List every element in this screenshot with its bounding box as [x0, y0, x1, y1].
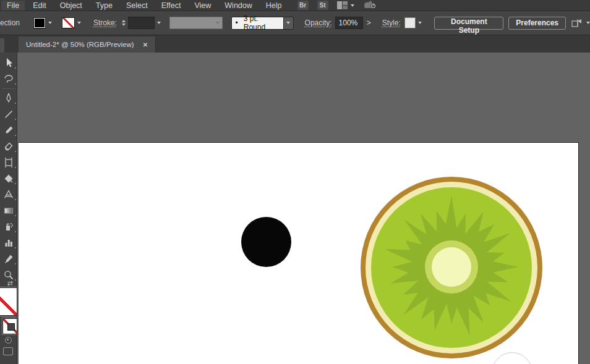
- menu-view[interactable]: View: [189, 1, 216, 11]
- line-segment-tool-icon: [2, 108, 15, 121]
- kiwi-illustration[interactable]: [361, 177, 542, 358]
- kiwi-core-circle[interactable]: [432, 247, 471, 287]
- eraser-tool[interactable]: [0, 138, 17, 154]
- document-tab-title: Untitled-2* @ 50% (RGB/Preview): [26, 41, 134, 48]
- bridge-icon[interactable]: Br: [297, 1, 309, 10]
- symbol-sprayer-tool-icon: [2, 221, 15, 233]
- opacity-input[interactable]: 100%: [335, 17, 363, 29]
- black-circle-object[interactable]: [241, 217, 291, 267]
- brush-definition-value: 3 pt. Round: [244, 14, 278, 32]
- artboard[interactable]: [19, 142, 579, 364]
- workspace-switcher[interactable]: [337, 1, 354, 9]
- paintbrush-tool[interactable]: [0, 122, 17, 138]
- control-bar: ection Stroke: • 3 pt. Round Opacity: 10…: [0, 11, 590, 35]
- pasteboard: [0, 53, 590, 364]
- pen-tool[interactable]: [0, 90, 17, 106]
- eraser-tool-icon: [2, 140, 15, 153]
- touch-workspace-toggle[interactable]: [363, 0, 377, 11]
- line-segment-tool[interactable]: [0, 106, 17, 122]
- arrange-documents[interactable]: [571, 18, 590, 28]
- brush-dot-icon: •: [236, 19, 238, 27]
- chevron-down-icon: [351, 4, 354, 7]
- lasso-tool[interactable]: [0, 71, 17, 87]
- menu-bar: File Edit Object Type Select Effect View…: [0, 0, 590, 11]
- selection-status-label: ection: [0, 19, 20, 27]
- eyedropper-tool-icon: [2, 253, 15, 265]
- brush-definition-dropdown[interactable]: • 3 pt. Round: [231, 17, 294, 30]
- pen-tool-icon: [2, 92, 15, 104]
- preferences-button[interactable]: Preferences: [508, 17, 566, 30]
- artboard-tool-icon: [2, 156, 15, 169]
- toolbar-divider: [2, 88, 15, 89]
- tab-close-icon[interactable]: ✕: [142, 41, 149, 48]
- touch-workspace-icon: [363, 0, 377, 9]
- stroke-swatch-indicator[interactable]: [2, 318, 17, 334]
- style-chevron-icon[interactable]: [418, 22, 422, 24]
- opacity-label[interactable]: Opacity:: [305, 19, 332, 27]
- workspace-switcher-icon: [337, 1, 348, 9]
- fill-color-swatch[interactable]: [33, 17, 46, 28]
- swap-arrows-icon: ⇄: [7, 279, 12, 287]
- perspective-grid-tool[interactable]: [0, 187, 17, 203]
- gradient-tool-icon: [2, 205, 15, 217]
- width-profile-chevron-icon: [216, 22, 220, 24]
- toolbar-top-edge: [0, 38, 4, 53]
- menu-type[interactable]: Type: [90, 1, 118, 11]
- brush-chevron-button[interactable]: [284, 17, 294, 30]
- stroke-color-swatch[interactable]: [62, 17, 74, 28]
- swap-fill-stroke[interactable]: ⇄: [4, 279, 16, 287]
- shape-builder-tool[interactable]: [0, 171, 17, 187]
- color-mode-icon[interactable]: [5, 337, 12, 344]
- opacity-panel-arrow[interactable]: >: [364, 19, 374, 27]
- selection-tool[interactable]: [0, 55, 17, 71]
- arrange-chevron-icon: [586, 22, 590, 24]
- stroke-weight-stepper[interactable]: [122, 20, 126, 26]
- shape-builder-tool-icon: [2, 172, 15, 185]
- menu-window[interactable]: Window: [219, 1, 257, 11]
- style-label[interactable]: Style:: [382, 19, 401, 27]
- app-bar-icons: Br St: [297, 0, 377, 11]
- stock-icon[interactable]: St: [317, 1, 328, 10]
- stroke-chevron-icon[interactable]: [77, 22, 81, 24]
- draw-normal-mode-icon[interactable]: [3, 347, 13, 355]
- gradient-tool[interactable]: [0, 203, 17, 219]
- width-profile-dropdown: [169, 17, 222, 29]
- tools-panel: ⇄: [0, 53, 17, 364]
- column-graph-tool[interactable]: [0, 235, 17, 251]
- style-swatch[interactable]: [404, 17, 416, 28]
- menu-file[interactable]: File: [1, 1, 25, 11]
- document-tab[interactable]: Untitled-2* @ 50% (RGB/Preview) ✕: [19, 36, 156, 53]
- fill-swatch-indicator[interactable]: [0, 287, 17, 316]
- artboard-tool[interactable]: [0, 154, 17, 171]
- eyedropper-tool[interactable]: [0, 251, 17, 267]
- stroke-weight-chevron-icon[interactable]: [157, 22, 161, 24]
- selection-tool-icon: [2, 57, 15, 69]
- arrange-documents-icon: [571, 18, 583, 28]
- stroke-weight-input[interactable]: [128, 17, 155, 29]
- symbol-sprayer-tool[interactable]: [0, 219, 17, 235]
- perspective-grid-tool-icon: [2, 188, 15, 201]
- menu-select[interactable]: Select: [121, 1, 153, 11]
- stroke-weight-label[interactable]: Stroke:: [93, 19, 117, 27]
- menu-help[interactable]: Help: [260, 1, 288, 11]
- column-graph-tool-icon: [2, 237, 15, 249]
- menu-edit[interactable]: Edit: [27, 1, 52, 11]
- document-setup-button[interactable]: Document Setup: [434, 17, 503, 30]
- lasso-tool-icon: [2, 73, 15, 85]
- menu-object[interactable]: Object: [54, 1, 88, 11]
- illustrator-window: File Edit Object Type Select Effect View…: [0, 0, 590, 364]
- menu-effect[interactable]: Effect: [156, 1, 187, 11]
- fill-chevron-icon[interactable]: [48, 22, 52, 24]
- paintbrush-tool-icon: [2, 124, 15, 137]
- tab-bar: Untitled-2* @ 50% (RGB/Preview) ✕: [0, 35, 590, 53]
